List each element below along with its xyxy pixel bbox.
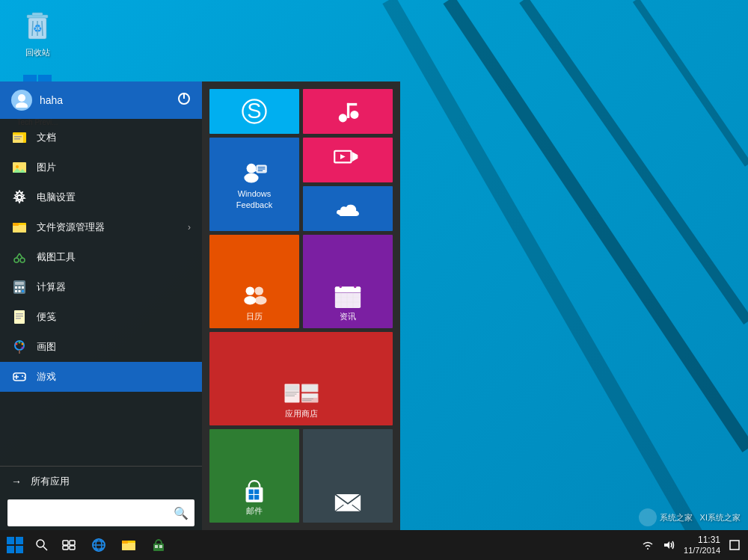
power-button[interactable]: [177, 92, 191, 108]
svg-point-79: [255, 296, 267, 304]
start-search-bar[interactable]: 🔍: [7, 499, 194, 526]
svg-rect-40: [22, 286, 24, 289]
svg-rect-98: [302, 394, 318, 398]
start-item-snipping[interactable]: 截图工具: [0, 242, 202, 272]
tile-calendar[interactable]: 资讯: [303, 235, 393, 328]
taskbar-network-icon[interactable]: [637, 530, 658, 560]
start-user-bar: haha: [0, 81, 202, 119]
username-label: haha: [40, 94, 63, 106]
start-item-games[interactable]: 游戏: [0, 362, 202, 392]
taskbar-explorer-button[interactable]: [114, 530, 144, 560]
tile-onedrive[interactable]: [303, 186, 393, 231]
tile-news[interactable]: 应用商店: [209, 332, 393, 425]
tile-mail[interactable]: [303, 429, 393, 523]
settings-icon: [11, 189, 28, 206]
tile-video[interactable]: [303, 138, 393, 182]
tile-windows-feedback[interactable]: WindowsFeedback: [209, 138, 299, 231]
recycle-bin-label: 回收站: [25, 47, 50, 58]
tile-calendar-label: 资讯: [340, 311, 356, 322]
taskbar-datetime[interactable]: 11:31 11/7/2014: [679, 530, 725, 560]
svg-rect-91: [285, 385, 298, 391]
svg-rect-97: [302, 385, 318, 392]
svg-rect-24: [14, 138, 20, 140]
all-apps-button[interactable]: → 所有应用: [0, 466, 202, 496]
svg-point-62: [350, 111, 358, 119]
start-user-info[interactable]: haha: [11, 90, 63, 111]
svg-point-52: [22, 347, 24, 349]
start-tiles-panel: S: [202, 81, 400, 530]
svg-rect-30: [13, 225, 26, 233]
desktop: ♻ 回收站 ⊞ ↗ Welcome toTech Previ...: [0, 0, 748, 560]
svg-line-3: [389, 0, 711, 560]
svg-rect-112: [70, 541, 75, 545]
explorer-arrow: ›: [188, 222, 191, 233]
start-item-pictures[interactable]: 图片: [0, 153, 202, 182]
svg-rect-43: [22, 290, 24, 292]
svg-point-66: [244, 173, 258, 183]
tile-skype[interactable]: S: [209, 89, 299, 134]
start-item-explorer[interactable]: 文件资源管理器 ›: [0, 212, 202, 242]
svg-point-17: [18, 94, 25, 102]
svg-line-34: [16, 253, 19, 258]
tile-music[interactable]: [303, 89, 393, 134]
recycle-bin-icon[interactable]: ♻ 回收站: [11, 11, 64, 58]
tile-feedback-label: WindowsFeedback: [236, 188, 272, 210]
svg-rect-100: [302, 400, 312, 401]
user-avatar: [11, 90, 32, 111]
svg-text:S: S: [247, 99, 261, 123]
calculator-label: 计算器: [37, 280, 66, 294]
svg-rect-94: [285, 396, 295, 396]
svg-point-109: [37, 540, 44, 547]
svg-rect-23: [14, 136, 22, 138]
svg-line-2: [636, 0, 748, 164]
tile-store[interactable]: 邮件: [209, 429, 299, 523]
svg-point-61: [339, 114, 347, 122]
snipping-label: 截图工具: [37, 250, 76, 264]
svg-rect-44: [14, 310, 25, 324]
tile-people[interactable]: 日历: [209, 235, 299, 328]
search-input[interactable]: [13, 508, 170, 518]
taskbar-ie-button[interactable]: [84, 530, 114, 560]
tile-people-label: 日历: [246, 311, 263, 322]
svg-rect-41: [15, 290, 17, 292]
svg-rect-122: [155, 545, 158, 548]
start-item-documents[interactable]: 文档: [0, 123, 202, 153]
svg-rect-37: [15, 282, 24, 285]
search-icon: 🔍: [174, 506, 188, 520]
start-menu: haha: [0, 81, 400, 530]
tile-news-label: 应用商店: [285, 408, 318, 419]
taskbar-search-button[interactable]: [30, 530, 54, 560]
start-item-settings[interactable]: 电脑设置: [0, 182, 202, 212]
paint-label: 画图: [37, 340, 56, 354]
svg-rect-102: [249, 490, 254, 494]
windows-logo-icon: [7, 537, 23, 553]
start-item-calculator[interactable]: 计算器: [0, 272, 202, 302]
pictures-icon: [11, 159, 28, 176]
svg-rect-45: [16, 313, 23, 315]
start-item-notepad[interactable]: 便笺: [0, 302, 202, 332]
svg-rect-99: [302, 399, 313, 399]
taskbar-store-button[interactable]: [144, 530, 174, 560]
start-item-paint[interactable]: 画图: [0, 332, 202, 362]
explorer-label: 文件资源管理器: [37, 221, 105, 234]
games-icon: [11, 369, 28, 385]
start-button[interactable]: [0, 530, 30, 560]
taskbar-volume-icon[interactable]: [658, 530, 679, 560]
svg-rect-5: [32, 13, 43, 16]
pictures-label: 图片: [37, 161, 56, 174]
svg-rect-114: [70, 546, 75, 550]
svg-point-26: [16, 165, 19, 168]
taskbar-right: 11:31 11/7/2014: [637, 530, 748, 560]
games-label: 游戏: [37, 370, 56, 384]
svg-rect-81: [335, 286, 361, 292]
taskbar-notification[interactable]: [725, 530, 744, 560]
svg-point-32: [14, 258, 19, 262]
svg-point-58: [24, 377, 25, 378]
svg-rect-92: [285, 392, 298, 393]
svg-rect-104: [249, 495, 254, 499]
svg-point-51: [22, 343, 24, 345]
desktop-background-lines: [374, 0, 748, 560]
task-view-button[interactable]: [54, 530, 84, 560]
settings-label: 电脑设置: [37, 191, 76, 204]
start-menu-left-panel: haha: [0, 81, 202, 530]
